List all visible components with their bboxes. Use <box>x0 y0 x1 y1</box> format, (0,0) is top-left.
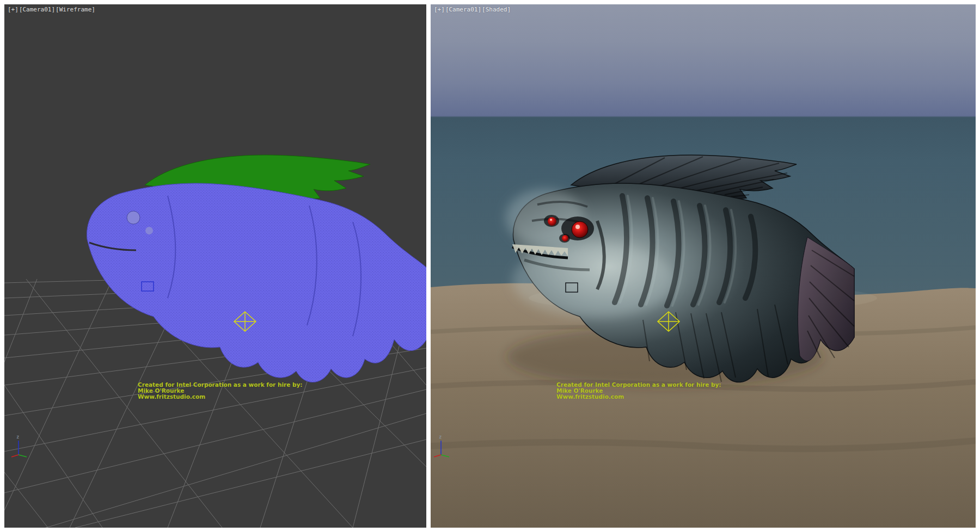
tail-fin[interactable] <box>798 237 854 361</box>
world-axis-icon: z <box>433 433 455 458</box>
viewport-menu-camera[interactable]: [Camera01] <box>445 6 481 13</box>
fish-eye-wire-small <box>145 227 153 234</box>
world-axis-icon: z <box>11 433 33 458</box>
eye-medium <box>548 217 556 226</box>
axis-z-label: z <box>16 434 19 440</box>
fish-wireframe[interactable] <box>87 155 427 382</box>
viewport-label-shaded: [+][Camera01][Shaded] <box>434 6 511 13</box>
viewport-wireframe[interactable]: [+][Camera01][Wireframe] <box>4 4 426 528</box>
fish-eye-wire <box>127 211 140 224</box>
eye-small <box>562 235 568 242</box>
viewport-menu-shading[interactable]: [Wireframe] <box>56 6 95 13</box>
viewport-menu-camera[interactable]: [Camera01] <box>19 6 55 13</box>
viewport-label-wireframe: [+][Camera01][Wireframe] <box>8 6 96 13</box>
viewport-menu-plus[interactable]: [+] <box>8 6 19 13</box>
viewport-menu-plus[interactable]: [+] <box>434 6 445 13</box>
viewport-shaded[interactable]: [+][Camera01][Shaded] <box>431 4 976 528</box>
shaded-scene <box>431 4 976 528</box>
axis-z-label: z <box>439 434 442 440</box>
viewport-menu-shading[interactable]: [Shaded] <box>482 6 511 13</box>
dual-viewport-layout: [+][Camera01][Wireframe] <box>0 0 980 532</box>
wireframe-scene <box>4 4 426 528</box>
eye-large <box>572 221 588 238</box>
